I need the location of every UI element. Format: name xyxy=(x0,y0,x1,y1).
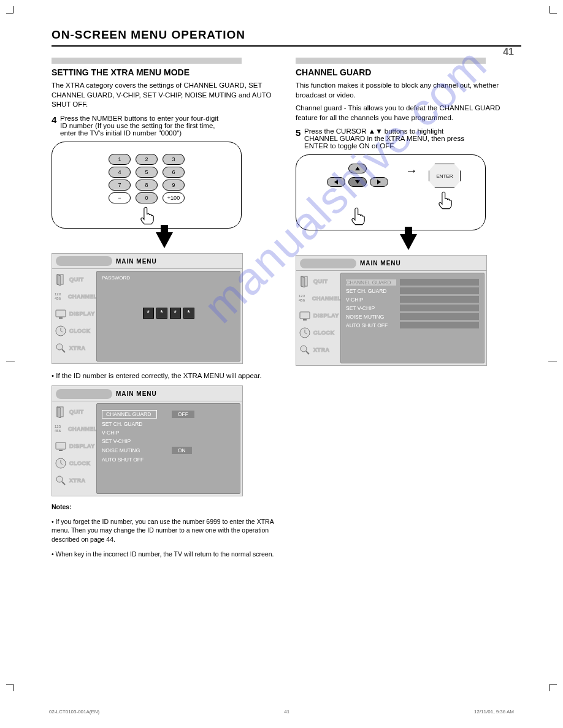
svg-text:123: 123 xyxy=(55,425,61,428)
page-title: ON-SCREEN MENU OPERATION xyxy=(52,22,521,45)
right-column: CHANNEL GUARD This function makes it pos… xyxy=(296,58,521,558)
key-3[interactable]: 3 xyxy=(163,154,185,165)
cursor-down[interactable] xyxy=(348,177,367,187)
page-number: 41 xyxy=(503,47,514,58)
pw-digit: * xyxy=(170,308,181,319)
svg-rect-10 xyxy=(56,442,66,449)
arrow-right-icon: → xyxy=(405,164,418,178)
svg-rect-17 xyxy=(300,312,310,319)
step-5: 5Press the CURSOR ▲▼ buttons to highligh… xyxy=(296,127,521,150)
svg-text:456: 456 xyxy=(55,429,61,433)
menu-password: MAIN MENU QUIT 123456CHANNEL DISPLAY CLO… xyxy=(52,253,243,364)
left-column: SETTING THE XTRA MENU MODE The XTRA cate… xyxy=(52,58,277,558)
menu-xtra: MAIN MENU QUIT 123456CHANNEL DISPLAY CLO… xyxy=(52,385,243,496)
svg-text:123: 123 xyxy=(299,294,305,298)
remote-dpad: → ENTER xyxy=(296,154,486,230)
key-4[interactable]: 4 xyxy=(109,167,131,178)
pw-digit: * xyxy=(183,308,194,319)
left-subtitle: SETTING THE XTRA MENU MODE xyxy=(52,67,277,77)
key-0[interactable]: 0 xyxy=(136,192,158,203)
svg-text:456: 456 xyxy=(299,298,305,302)
svg-point-20 xyxy=(301,346,307,352)
svg-rect-11 xyxy=(59,450,63,451)
key-minus[interactable]: − xyxy=(109,192,131,203)
key-8[interactable]: 8 xyxy=(136,180,158,191)
arrow-down-icon xyxy=(400,234,417,250)
key-9[interactable]: 9 xyxy=(163,180,185,191)
svg-point-13 xyxy=(56,476,63,482)
arrow-down-icon xyxy=(156,232,173,248)
svg-rect-18 xyxy=(303,319,307,320)
svg-rect-4 xyxy=(59,317,63,319)
key-6[interactable]: 6 xyxy=(163,167,185,178)
footer: 02-LCT0103-001A(EN) 41 12/11/01, 9:36 AM xyxy=(0,709,563,715)
pw-digit: * xyxy=(143,308,154,319)
key-5[interactable]: 5 xyxy=(136,167,158,178)
key-2[interactable]: 2 xyxy=(136,154,158,165)
pw-digit: * xyxy=(156,308,167,319)
pointing-hand-icon xyxy=(138,206,155,226)
key-7[interactable]: 7 xyxy=(109,180,131,191)
pointing-hand-icon xyxy=(436,191,453,210)
menu-channel-guard: MAIN MENU QUIT 123456CHANNEL DISPLAY CLO… xyxy=(296,255,487,366)
key-plus100[interactable]: +100 xyxy=(163,192,185,203)
door-icon xyxy=(53,273,68,286)
left-intro: The XTRA category covers the settings of… xyxy=(52,81,277,110)
remote-keypad: 1 2 3 4 5 6 7 8 9 − xyxy=(52,142,242,229)
key-1[interactable]: 1 xyxy=(109,154,131,165)
right-subtitle: CHANNEL GUARD xyxy=(296,67,521,77)
magnifier-icon xyxy=(53,341,68,355)
clock-icon xyxy=(53,324,68,338)
pointing-hand-icon xyxy=(349,207,366,226)
cursor-up[interactable] xyxy=(348,164,367,173)
step-4: 4Press the NUMBER buttons to enter your … xyxy=(52,115,277,137)
enter-button[interactable]: ENTER xyxy=(429,164,461,188)
cursor-left[interactable] xyxy=(327,177,345,187)
svg-text:456: 456 xyxy=(55,297,61,300)
svg-rect-3 xyxy=(56,310,66,317)
numbers-icon: 123456 xyxy=(53,290,67,303)
monitor-icon xyxy=(53,307,68,320)
svg-point-6 xyxy=(56,344,63,350)
svg-text:123: 123 xyxy=(55,292,61,296)
cursor-right[interactable] xyxy=(370,177,388,187)
